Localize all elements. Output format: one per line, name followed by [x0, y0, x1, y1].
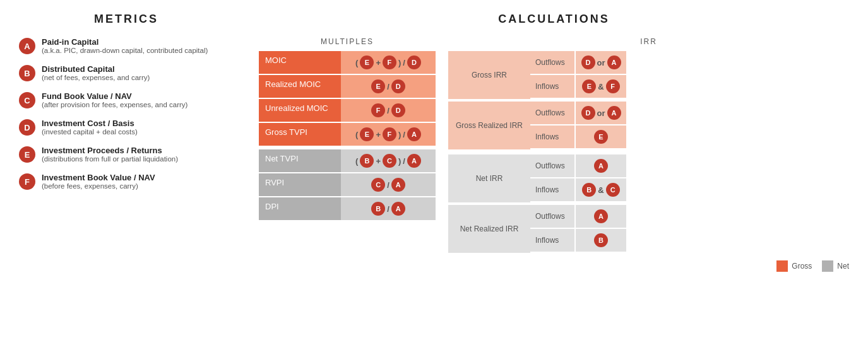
main-container: METRICS A Paid-in Capital (a.k.a. PIC, d… — [19, 13, 849, 272]
multiples-row-formula: F/D — [341, 99, 436, 122]
metric-badge-D: D — [19, 119, 35, 136]
metric-text: Investment Proceeds / Returns (distribut… — [42, 146, 178, 163]
multiples-row-formula: (E+F)/A — [341, 123, 436, 146]
calculations-section: CALCULATIONS MULTIPLES MOIC(E+F)/DRealiz… — [259, 13, 849, 272]
irr-formula: DorA — [576, 51, 626, 74]
formula-op: / — [403, 156, 405, 166]
irr-row: OutflowsDorA — [530, 51, 849, 74]
irr-formula: B&C — [576, 178, 626, 201]
metric-subtitle: (invested capital + deal costs) — [42, 128, 138, 136]
irr-group: Net Realized IRROutflowsAInflowsB — [448, 205, 849, 253]
multiples-header: MULTIPLES — [259, 37, 436, 46]
formula-op: / — [403, 58, 405, 67]
legend-label: Net — [837, 262, 849, 271]
multiples-row: Gross TVPI(E+F)/A — [259, 123, 436, 146]
formula-badge-F: F — [383, 127, 396, 141]
irr-flow-label: Inflows — [530, 75, 574, 98]
irr-row: OutflowsDorA — [530, 102, 849, 124]
metric-badge-A: A — [19, 38, 35, 54]
metrics-list: A Paid-in Capital (a.k.a. PIC, drawn-dow… — [19, 37, 234, 190]
formula-badge-A: A — [391, 202, 405, 216]
multiples-row: Net TVPI(B+C)/A — [259, 149, 436, 172]
metric-item: F Investment Book Value / NAV (before fe… — [19, 173, 234, 190]
multiples-row: RVPIC/A — [259, 173, 436, 196]
metrics-section: METRICS A Paid-in Capital (a.k.a. PIC, d… — [19, 13, 234, 272]
multiples-row-label: DPI — [259, 197, 341, 220]
multiples-row-formula: (B+C)/A — [341, 149, 436, 172]
formula-badge-E: E — [582, 79, 596, 93]
formula-badge-B: B — [360, 154, 374, 168]
formula-badge-F: F — [383, 55, 396, 69]
legend-item-gross: Gross — [776, 260, 812, 272]
irr-formula: A — [576, 205, 626, 228]
formula-badge-C: C — [383, 154, 396, 168]
irr-row: InflowsE — [530, 125, 849, 148]
metric-badge-E: E — [19, 146, 35, 163]
irr-flow-label: Inflows — [530, 125, 574, 148]
metric-subtitle: (after provision for fees, expenses, and… — [42, 101, 187, 108]
irr-formula: A — [576, 154, 626, 177]
metric-item: D Investment Cost / Basis (invested capi… — [19, 119, 234, 136]
formula-op: + — [376, 156, 381, 166]
formula-badge-D: D — [407, 55, 421, 69]
legend-item-net: Net — [822, 260, 849, 272]
irr-group-label: Net Realized IRR — [448, 205, 530, 253]
legend-swatch — [776, 260, 788, 272]
formula-badge-E: E — [360, 55, 374, 69]
formula-badge-D: D — [581, 55, 595, 69]
metric-subtitle: (before fees, expenses, carry) — [42, 182, 155, 190]
formula-badge-A: A — [607, 55, 621, 69]
irr-column: IRR Gross IRROutflowsDorAInflowsE&FGross… — [448, 37, 849, 272]
formula-badge-C: C — [606, 183, 620, 197]
formula-op: or — [597, 58, 605, 67]
irr-flow-label: Inflows — [530, 178, 574, 201]
metric-subtitle: (distributions from full or partial liqu… — [42, 155, 178, 163]
metric-text: Investment Cost / Basis (invested capita… — [42, 119, 138, 136]
irr-header: IRR — [448, 37, 849, 46]
metric-title: Paid-in Capital — [42, 37, 208, 47]
formula-op: ) — [398, 130, 401, 139]
irr-group: Gross IRROutflowsDorAInflowsE&F — [448, 51, 849, 99]
formula-op: ( — [355, 58, 358, 67]
formula-badge-D: D — [391, 103, 405, 117]
metric-badge-B: B — [19, 65, 35, 81]
irr-flow-label: Inflows — [530, 229, 574, 252]
metric-subtitle: (a.k.a. PIC, drawn-down capital, contrib… — [42, 47, 208, 54]
multiples-row-label: Net TVPI — [259, 149, 341, 172]
irr-row: OutflowsA — [530, 205, 849, 228]
formula-op: / — [387, 106, 389, 115]
formula-badge-B: B — [582, 183, 596, 197]
irr-formula: B — [576, 229, 626, 252]
multiples-row: DPIB/A — [259, 197, 436, 220]
legend-swatch — [822, 260, 833, 272]
multiples-row-formula: (E+F)/D — [341, 51, 436, 74]
formula-op: / — [403, 130, 405, 139]
metric-title: Investment Cost / Basis — [42, 119, 138, 128]
formula-badge-A: A — [607, 106, 621, 120]
formula-op: / — [387, 82, 389, 91]
formula-op: ( — [355, 156, 358, 166]
formula-badge-B: B — [594, 233, 608, 247]
formula-badge-E: E — [360, 127, 374, 141]
formula-badge-D: D — [581, 106, 595, 120]
irr-flow-label: Outflows — [530, 154, 574, 177]
calculations-title: CALCULATIONS — [259, 13, 849, 26]
metric-item: A Paid-in Capital (a.k.a. PIC, drawn-dow… — [19, 37, 234, 54]
irr-formula: E — [576, 125, 626, 148]
metric-item: E Investment Proceeds / Returns (distrib… — [19, 146, 234, 163]
formula-op: & — [598, 185, 603, 195]
formula-op: ( — [355, 130, 358, 139]
irr-row: InflowsB — [530, 229, 849, 252]
formula-badge-B: B — [371, 202, 385, 216]
formula-badge-E: E — [371, 79, 385, 93]
metric-text: Distributed Capital (net of fees, expens… — [42, 64, 150, 81]
multiples-column: MULTIPLES MOIC(E+F)/DRealized MOICE/DUnr… — [259, 37, 436, 272]
irr-row: OutflowsA — [530, 154, 849, 177]
multiples-row-label: RVPI — [259, 173, 341, 196]
multiples-row-label: Unrealized MOIC — [259, 99, 341, 122]
metrics-title: METRICS — [19, 13, 234, 26]
calc-columns: MULTIPLES MOIC(E+F)/DRealized MOICE/DUnr… — [259, 37, 849, 272]
legend: Gross Net — [448, 260, 849, 272]
formula-op: + — [376, 130, 381, 139]
formula-op: ) — [398, 156, 401, 166]
